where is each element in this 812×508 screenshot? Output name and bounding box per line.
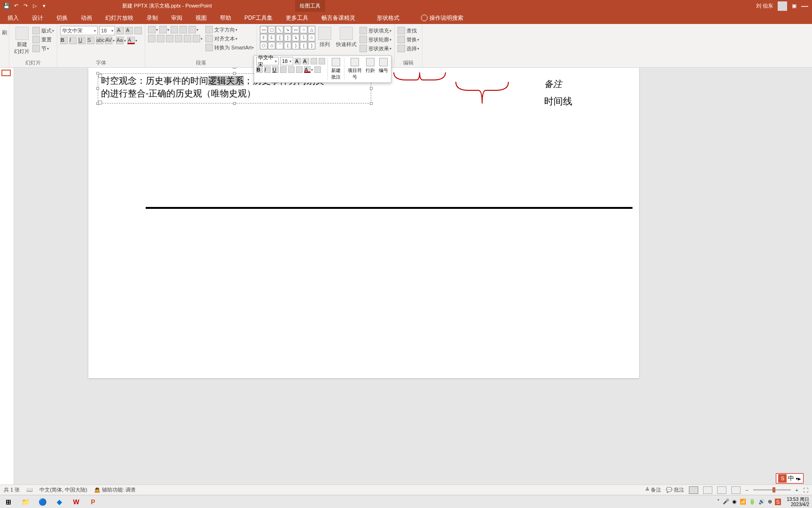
spellcheck-icon[interactable]: 📖: [26, 487, 33, 493]
app-icon-1[interactable]: 🔵: [37, 496, 48, 508]
new-slide-button[interactable]: 新建 幻灯片: [12, 26, 31, 56]
resize-handle[interactable]: [96, 102, 99, 105]
powerpoint-icon[interactable]: P: [87, 496, 99, 508]
tab-changyan[interactable]: 畅言备课精灵: [320, 14, 356, 22]
smartart-button[interactable]: 转换为 SmartArt▾: [205, 44, 254, 51]
select-button[interactable]: 选择▾: [398, 45, 419, 52]
columns-icon[interactable]: [193, 35, 200, 42]
shadow-icon[interactable]: abc: [96, 37, 103, 44]
bold-icon[interactable]: B: [60, 37, 68, 44]
qat-dropdown-icon[interactable]: ▾: [40, 2, 48, 10]
rotate-handle-icon[interactable]: [231, 68, 238, 69]
avatar[interactable]: [778, 1, 787, 11]
resize-handle[interactable]: [233, 72, 236, 75]
align-text-button[interactable]: 对齐文本▾: [205, 35, 254, 42]
tab-shape-format[interactable]: 形状格式: [376, 14, 400, 22]
numbering-icon[interactable]: [159, 26, 167, 33]
start-button[interactable]: ⊞: [3, 496, 14, 508]
resize-handle[interactable]: [96, 87, 99, 90]
mini-align-left-icon[interactable]: [280, 66, 287, 73]
tab-pdf-tools[interactable]: PDF工具集: [243, 14, 273, 22]
shapes-gallery[interactable]: ▭▢＼↘▭○△ ⇧⇩{}↴⤵☆ ⬡◇⌒(){}: [260, 26, 315, 49]
layout-button[interactable]: 版式▾: [32, 27, 54, 34]
font-color-icon[interactable]: A: [127, 37, 135, 44]
comments-button[interactable]: 💬 批注: [666, 486, 684, 493]
mini-font-size[interactable]: 18▾: [280, 57, 293, 65]
mini-font-name[interactable]: 华文中宋▾: [256, 57, 279, 65]
resize-handle[interactable]: [233, 102, 236, 105]
resize-handle[interactable]: [370, 87, 373, 90]
tray-chevron-icon[interactable]: ˄: [717, 499, 720, 505]
start-from-beginning-icon[interactable]: ▷: [31, 2, 39, 10]
arrange-button[interactable]: 排列: [316, 26, 333, 49]
slide-sorter-view-button[interactable]: [703, 486, 712, 494]
save-icon[interactable]: 💾: [3, 2, 10, 10]
strikethrough-icon[interactable]: S: [87, 37, 94, 44]
shape-effects-button[interactable]: 形状效果▾: [359, 45, 391, 52]
tab-insert[interactable]: 插入: [7, 14, 20, 22]
mini-increase-indent-icon[interactable]: [319, 58, 325, 64]
increase-indent-icon[interactable]: [180, 26, 187, 33]
sogou-tray-icon[interactable]: S: [775, 499, 781, 505]
volume-icon[interactable]: 🔊: [758, 499, 765, 505]
battery-icon[interactable]: 🔋: [749, 499, 756, 505]
ime-indicator[interactable]: S 中 ▪▸: [776, 473, 804, 484]
text-direction-button[interactable]: 文字方向▾: [205, 26, 254, 33]
file-explorer-icon[interactable]: 📁: [20, 496, 31, 508]
mic-icon[interactable]: 🎤: [723, 499, 729, 505]
resize-handle[interactable]: [370, 102, 373, 105]
shape-outline-button[interactable]: 形状轮廓▾: [359, 36, 391, 43]
tray-icon-2[interactable]: ⊕: [768, 499, 772, 505]
grow-font-icon[interactable]: A: [117, 27, 124, 34]
tab-help[interactable]: 帮助: [219, 14, 232, 22]
align-right-icon[interactable]: [166, 35, 173, 42]
redo-icon[interactable]: ↷: [22, 2, 29, 10]
slide-canvas-area[interactable]: 时空观念：历史事件的时间逻辑关系；历史事件分门别类 的进行整合-正确的历史观（唯…: [14, 68, 812, 495]
char-spacing-icon[interactable]: AV: [105, 37, 112, 44]
mini-grow-font-icon[interactable]: A: [295, 58, 301, 64]
distributed-icon[interactable]: [184, 35, 191, 42]
decrease-indent-icon[interactable]: [171, 26, 178, 33]
justify-icon[interactable]: [175, 35, 182, 42]
align-center-icon[interactable]: [157, 35, 164, 42]
slide-thumbnail-1[interactable]: [1, 70, 11, 76]
replace-button[interactable]: 替换▾: [398, 36, 419, 43]
mini-italic-icon[interactable]: I: [264, 66, 271, 73]
mini-font-color-icon[interactable]: A: [304, 66, 311, 73]
fit-to-window-button[interactable]: ⛶: [803, 487, 808, 493]
undo-icon[interactable]: ↶: [12, 2, 20, 10]
shape-fill-button[interactable]: 形状填充▾: [359, 27, 391, 34]
brace-shape-2[interactable]: [455, 81, 509, 104]
tab-record[interactable]: 录制: [146, 14, 159, 22]
slideshow-view-button[interactable]: [731, 486, 741, 494]
mini-shrink-font-icon[interactable]: A: [303, 58, 309, 64]
app-icon-2[interactable]: ◆: [54, 496, 65, 508]
brace-shape-1[interactable]: [393, 71, 446, 92]
underline-icon[interactable]: U: [78, 37, 86, 44]
mini-align-center-icon[interactable]: [288, 66, 295, 73]
font-name-input[interactable]: 华文中宋▾: [60, 26, 98, 35]
tab-design[interactable]: 设计: [31, 14, 44, 22]
font-size-input[interactable]: 18▾: [99, 26, 115, 35]
line-spacing-icon[interactable]: [188, 26, 196, 33]
italic-icon[interactable]: I: [69, 37, 77, 44]
normal-view-button[interactable]: [689, 486, 698, 494]
zoom-in-button[interactable]: +: [796, 487, 798, 493]
find-button[interactable]: 查找: [398, 27, 419, 34]
bullets-icon[interactable]: [148, 26, 156, 33]
resize-handle[interactable]: [96, 72, 99, 75]
horizontal-line-shape[interactable]: [146, 207, 632, 209]
tab-slideshow[interactable]: 幻灯片放映: [104, 14, 134, 22]
ribbon-display-options-icon[interactable]: ▣: [792, 3, 796, 9]
zoom-out-button[interactable]: −: [745, 487, 748, 493]
mini-bullets-button[interactable]: 项目符 号: [346, 57, 364, 81]
mini-format-painter-icon[interactable]: [314, 66, 321, 73]
clock[interactable]: 13:53 周日 2023/4/2: [787, 497, 809, 507]
mini-underline-icon[interactable]: U: [272, 66, 279, 73]
mini-decrease-indent-icon[interactable]: [311, 58, 317, 64]
zoom-slider[interactable]: [753, 489, 791, 491]
tab-more-tools[interactable]: 更多工具: [285, 14, 309, 22]
reading-view-button[interactable]: [717, 486, 726, 494]
tray-icon[interactable]: ◉: [732, 499, 737, 505]
wps-icon[interactable]: W: [70, 496, 82, 508]
